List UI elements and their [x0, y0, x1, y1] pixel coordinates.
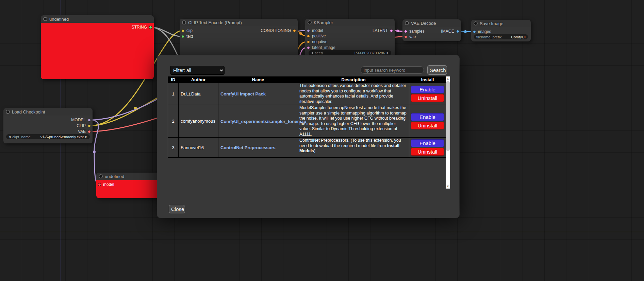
vae-input-port[interactable] [404, 35, 407, 38]
string-output-port[interactable] [149, 26, 152, 29]
ckpt-name-widget[interactable]: ◀ ckpt_name v1-5-pruned-emaonly.ckpt ▶ [6, 134, 90, 139]
filter-select[interactable]: Filter: all [170, 66, 225, 75]
clip-input-port[interactable] [181, 29, 184, 32]
wire-midpoint-dot [396, 30, 399, 32]
uninstall-button[interactable]: Uninstall [411, 148, 444, 156]
row-author: Dr.Lt.Data [179, 83, 218, 105]
collapse-dot-icon[interactable] [474, 22, 477, 25]
wire-string-to-hidden [151, 27, 178, 56]
extensions-table-container[interactable]: ID Author Name Description Install 1 Dr.… [168, 76, 450, 189]
image-output-port[interactable] [456, 30, 459, 33]
previous-arrow-icon[interactable]: ◀ [9, 134, 11, 139]
model-input-slot: model [307, 28, 323, 33]
node-title-bar[interactable]: undefined [41, 15, 154, 23]
search-input[interactable] [361, 66, 424, 74]
collapse-dot-icon[interactable] [99, 175, 102, 178]
extension-link[interactable]: ComfyUI Impact Pack [220, 91, 266, 96]
images-input-port[interactable] [473, 30, 476, 33]
string-output-slot: STRING [132, 24, 152, 30]
scrollbar[interactable]: ▲ ▼ [446, 76, 450, 189]
node-title-bar[interactable]: Save Image [471, 20, 531, 27]
slot-label: CONDITIONING [261, 28, 291, 33]
vae-input-slot: vae [404, 34, 416, 39]
node-title-bar[interactable]: Load Checkpoint [3, 108, 93, 116]
row-author: Fannovel16 [179, 138, 218, 158]
decrement-arrow-icon[interactable]: ◀ [311, 50, 313, 55]
widget-value[interactable]: ComfyUI [511, 35, 526, 39]
node-title: Load Checkpoint [12, 109, 45, 115]
slot-label: STRING [132, 25, 147, 30]
search-button[interactable]: Search [427, 65, 447, 75]
slot-label: positive [312, 34, 326, 38]
node-save-image[interactable]: Save Image images filename_prefix ComfyU… [471, 20, 531, 41]
image-output-slot: IMAGE [441, 29, 459, 34]
latent-output-port[interactable] [390, 29, 393, 32]
row-description: ModelSamplerTonemapNoiseTest a node that… [298, 105, 409, 138]
images-input-slot: images [473, 29, 491, 34]
wire-midpoint-dot [93, 151, 96, 153]
conditioning-output-port[interactable] [293, 29, 296, 32]
node-canvas[interactable]: undefined STRING CLIP Text Encode (Promp… [0, 0, 644, 281]
header-install: Install [409, 77, 446, 83]
vae-output-port[interactable] [88, 130, 91, 133]
widget-value[interactable]: 156680208700286 [354, 51, 385, 55]
wire-midpoint-dot [299, 32, 302, 35]
collapse-dot-icon[interactable] [44, 18, 47, 20]
collapse-dot-icon[interactable] [6, 110, 9, 113]
close-button[interactable]: Close [169, 205, 185, 213]
row-install-cell: Enable Uninstall [409, 105, 446, 138]
clip-output-port[interactable] [88, 124, 91, 127]
row-description: ControlNet Preprocessors. (To use this e… [298, 138, 409, 158]
model-input-port[interactable] [98, 183, 101, 186]
enable-button[interactable]: Enable [411, 86, 444, 93]
node-title: CLIP Text Encode (Prompt) [188, 20, 242, 25]
samples-input-slot: samples [404, 29, 425, 34]
enable-button[interactable]: Enable [411, 113, 444, 121]
collapse-dot-icon[interactable] [406, 22, 408, 24]
model-output-slot: MODEL [71, 117, 91, 123]
header-name: Name [218, 77, 298, 83]
latent-image-input-port[interactable] [307, 46, 310, 49]
negative-input-port[interactable] [307, 40, 310, 43]
scrollbar-thumb[interactable] [446, 81, 450, 151]
node-title: undefined [105, 174, 124, 179]
positive-input-port[interactable] [307, 35, 310, 38]
uninstall-button[interactable]: Uninstall [411, 122, 444, 129]
row-id: 1 [168, 83, 179, 105]
negative-input-slot: negative [307, 39, 327, 45]
wire-midpoint-dot [134, 107, 137, 109]
node-title-bar[interactable]: CLIP Text Encode (Prompt) [180, 19, 298, 26]
conditioning-output-slot: CONDITIONING [261, 28, 296, 33]
model-input-port[interactable] [307, 29, 310, 32]
next-arrow-icon[interactable]: ▶ [85, 134, 87, 139]
collapse-dot-icon[interactable] [183, 21, 185, 24]
node-vae-decode[interactable]: VAE Decode samples vae IMAGE [402, 19, 461, 41]
node-title-bar[interactable]: VAE Decode [402, 19, 461, 27]
scroll-up-icon[interactable]: ▲ [446, 76, 450, 81]
enable-button[interactable]: Enable [411, 139, 444, 147]
collapse-dot-icon[interactable] [308, 21, 311, 24]
node-load-checkpoint[interactable]: Load Checkpoint MODEL CLIP VAE ◀ ckpt_na… [3, 108, 93, 143]
node-title: KSampler [314, 20, 333, 25]
increment-arrow-icon[interactable]: ▶ [387, 50, 389, 55]
slot-label: negative [312, 39, 327, 44]
text-input-port[interactable] [181, 35, 184, 38]
row-id: 2 [168, 105, 179, 138]
extension-link[interactable]: ComfyUI_experiments/sampler_tonemap [220, 119, 306, 124]
header-author: Author [179, 77, 218, 83]
uninstall-button[interactable]: Uninstall [411, 94, 444, 102]
node-title-bar[interactable]: KSampler [305, 19, 395, 26]
filename-prefix-widget[interactable]: filename_prefix ComfyUI [474, 34, 528, 39]
seed-widget[interactable]: ◀ seed 156680208700286 ▶ [309, 50, 391, 55]
scroll-down-icon[interactable]: ▼ [446, 184, 450, 189]
extension-link[interactable]: ControlNet Preprocessors [220, 145, 276, 150]
widget-value[interactable]: v1-5-pruned-emaonly.ckpt [40, 135, 84, 139]
slot-label: IMAGE [441, 29, 454, 34]
widget-label: ckpt_name [12, 135, 31, 139]
node-undefined-top[interactable]: undefined STRING [41, 15, 154, 79]
slot-label: model [103, 182, 114, 187]
header-description: Description [298, 77, 409, 83]
clip-output-slot: CLIP [77, 123, 91, 128]
samples-input-port[interactable] [404, 30, 407, 33]
model-output-port[interactable] [88, 119, 91, 122]
